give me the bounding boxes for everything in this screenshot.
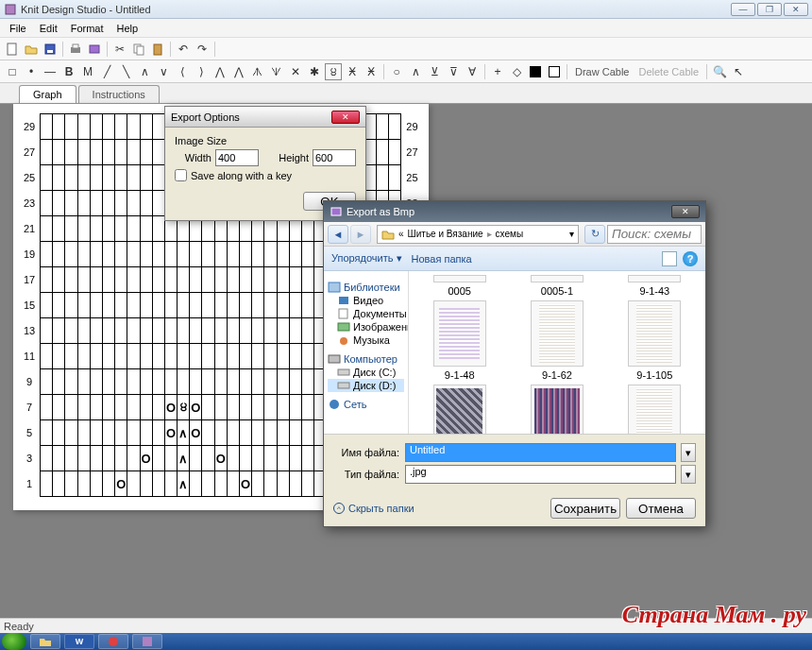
task-explorer[interactable] [30,634,60,649]
print-icon[interactable] [67,41,84,58]
task-word[interactable]: W [64,634,94,649]
tree-images[interactable]: Изображения [328,320,404,334]
stitch-x3[interactable]: Ӿ [363,63,380,80]
nav-back-button[interactable]: ◄ [328,225,348,244]
organize-button[interactable]: Упорядочить ▾ [331,252,402,265]
file-item[interactable]: 9-1-105 [608,300,702,381]
draw-cable-button[interactable]: Draw Cable [571,66,633,77]
tab-instructions[interactable]: Instructions [78,85,160,103]
stitch-diamond[interactable]: ◇ [508,63,525,80]
file-item[interactable] [413,385,506,434]
stitch-slash-l[interactable]: ╱ [98,63,115,80]
close-button[interactable]: ✕ [784,3,808,16]
save-close-button[interactable]: ✕ [671,205,700,218]
tab-graph[interactable]: Graph [19,85,76,103]
svg-point-17 [340,337,347,345]
hide-folders-button[interactable]: ^ Скрыть папки [333,503,545,514]
redo-icon[interactable]: ↷ [194,41,211,58]
stitch-u3[interactable]: ∀ [464,63,481,80]
stitch-a3[interactable]: ⩚ [249,63,266,80]
stitch-x[interactable]: ✕ [287,63,304,80]
nav-forward-button[interactable]: ► [350,225,371,244]
stitch-m[interactable]: M [79,63,96,80]
export-icon[interactable] [86,41,103,58]
stitch-u2[interactable]: ⊽ [445,63,462,80]
export-close-button[interactable]: ✕ [331,111,360,124]
stitch-a5[interactable]: ∧ [407,63,424,80]
undo-icon[interactable]: ↶ [175,41,192,58]
refresh-button[interactable]: ↻ [584,225,605,244]
filetype-dropdown[interactable]: ▾ [681,465,696,484]
stitch-fill[interactable] [527,63,544,80]
stitch-left[interactable]: ⟨ [174,63,191,80]
stitch-a1[interactable]: ⋀ [211,63,228,80]
stitch-u1[interactable]: ⊻ [426,63,443,80]
stitch-down[interactable]: ∨ [155,63,172,80]
stitch-bold[interactable]: B [60,63,77,80]
stitch-dot[interactable]: • [23,63,40,80]
tree-music[interactable]: Музыка [328,334,404,347]
stitch-plus[interactable]: + [489,63,506,80]
new-folder-button[interactable]: Новая папка [412,253,472,265]
new-icon[interactable] [4,41,21,58]
svg-rect-20 [338,383,349,388]
stitch-o[interactable]: ○ [388,63,405,80]
save-key-checkbox[interactable] [175,169,187,181]
menu-edit[interactable]: Edit [34,21,63,36]
stitch-right[interactable]: ⟩ [193,63,210,80]
tree-computer[interactable]: Компьютер [328,352,404,366]
breadcrumb[interactable]: « Шитье и Вязание▸ схемы ▾ [377,225,579,244]
stitch-dash[interactable]: — [42,63,59,80]
tree-libraries[interactable]: Библиотеки [328,281,404,294]
status-bar: Ready [0,618,812,633]
filename-input[interactable]: Untitled [405,443,676,462]
height-input[interactable] [313,149,356,166]
maximize-button[interactable]: ❐ [757,3,782,16]
file-item[interactable]: 9-1-62 [510,300,603,381]
width-input[interactable] [215,149,259,166]
zoom-icon[interactable]: 🔍 [711,63,728,80]
copy-icon[interactable] [130,41,147,58]
save-icon[interactable] [42,41,59,58]
cut-icon[interactable]: ✂ [111,41,128,58]
stitch-a2[interactable]: ⋀ [230,63,247,80]
views-icon[interactable] [662,251,677,266]
stitch-slash-r[interactable]: ╲ [117,63,134,80]
stitch-a4[interactable]: ⩛ [268,63,285,80]
file-item[interactable]: 0005-1 [510,275,603,297]
stitch-star[interactable]: ✱ [306,63,323,80]
stitch-x2[interactable]: Ӿ [344,63,361,80]
tree-disk-c[interactable]: Диск (C:) [328,366,404,379]
filename-dropdown[interactable]: ▾ [681,443,696,462]
task-browser[interactable] [98,634,128,649]
taskbar: W [0,633,812,650]
cancel-button[interactable]: Отмена [626,498,696,519]
stitch-empty[interactable] [546,63,563,80]
file-item[interactable] [510,385,603,434]
tree-network[interactable]: Сеть [328,398,404,411]
paste-icon[interactable] [149,41,166,58]
save-button[interactable]: Сохранить [550,498,620,519]
open-icon[interactable] [23,41,40,58]
stitch-blank[interactable]: □ [4,63,21,80]
task-app[interactable] [132,634,162,649]
filetype-select[interactable]: .jpg [405,465,676,484]
tree-documents[interactable]: Документы [328,307,404,320]
file-item[interactable] [608,385,702,434]
file-item[interactable]: 9-1-48 [413,300,506,381]
start-button[interactable] [2,633,26,650]
menu-file[interactable]: File [4,21,32,36]
file-item[interactable]: 0005 [413,275,506,297]
pointer-icon[interactable]: ↖ [730,63,747,80]
tree-video[interactable]: Видео [328,294,404,307]
menu-help[interactable]: Help [111,21,144,36]
stitch-up[interactable]: ∧ [136,63,153,80]
minimize-button[interactable]: — [731,3,755,16]
search-input[interactable] [607,225,702,244]
file-item[interactable]: 9-1-43 [608,275,702,297]
stitch-yo[interactable]: ੪ [325,63,342,80]
menu-format[interactable]: Format [65,21,110,36]
svg-rect-8 [137,46,144,55]
tree-disk-d[interactable]: Диск (D:) [328,379,404,392]
help-icon[interactable]: ? [683,251,698,266]
